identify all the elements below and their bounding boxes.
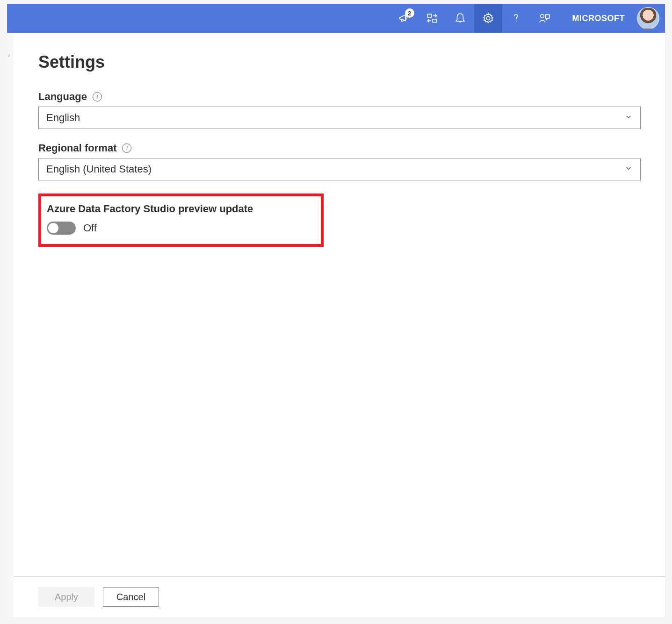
toggle-knob [48,223,58,233]
help-button[interactable] [502,4,530,33]
page-title: Settings [38,52,641,72]
switch-factory-button[interactable] [418,4,446,33]
avatar[interactable] [637,7,659,29]
switch-icon [426,12,438,24]
cancel-button[interactable]: Cancel [103,587,159,607]
apply-button: Apply [38,587,94,607]
svg-rect-1 [433,19,437,22]
preview-update-label: Azure Data Factory Studio preview update [47,203,315,215]
settings-button[interactable] [474,4,502,33]
info-icon[interactable]: i [93,92,102,101]
language-value: English [46,112,80,124]
language-field: Language i English [38,91,641,129]
language-select[interactable]: English [38,107,641,129]
preview-update-toggle[interactable] [47,222,76,235]
announcements-button[interactable]: 2 [390,4,418,33]
preview-update-highlight: Azure Data Factory Studio preview update… [38,194,324,247]
notifications-button[interactable] [446,4,474,33]
feedback-button[interactable] [530,4,558,33]
svg-rect-0 [427,14,432,17]
bell-icon [454,12,466,24]
regional-format-field: Regional format i English (United States… [38,142,641,180]
help-icon [510,12,522,24]
svg-point-2 [486,16,490,20]
chevron-down-icon [624,163,633,175]
info-icon[interactable]: i [122,143,131,153]
svg-point-4 [540,14,544,18]
gear-icon [482,12,494,24]
settings-panel: Settings Language i English Regional for… [14,33,665,617]
regional-format-value: English (United States) [46,163,152,175]
tenant-label[interactable]: MICROSOFT [558,14,635,23]
feedback-icon [538,12,550,24]
left-nav-sliver: › [7,33,14,617]
announcements-badge: 2 [405,8,414,18]
panel-footer: Apply Cancel [14,576,665,617]
svg-point-3 [516,21,517,22]
language-label: Language [38,91,87,103]
chevron-down-icon [624,112,633,124]
regional-format-label: Regional format [38,142,116,154]
top-bar: 2 MICROSOFT [7,4,665,33]
regional-format-select[interactable]: English (United States) [38,158,641,180]
preview-update-state: Off [83,222,97,234]
